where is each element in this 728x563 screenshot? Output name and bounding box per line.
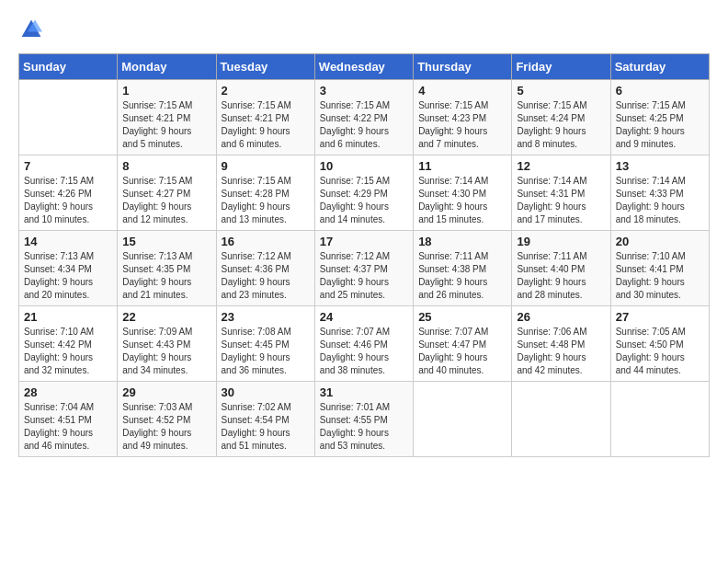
day-info: Sunrise: 7:15 AM Sunset: 4:26 PM Dayligh… <box>24 175 112 226</box>
day-cell: 3Sunrise: 7:15 AM Sunset: 4:22 PM Daylig… <box>314 80 413 155</box>
col-header-wednesday: Wednesday <box>314 54 413 80</box>
day-info: Sunrise: 7:11 AM Sunset: 4:38 PM Dayligh… <box>418 250 506 302</box>
day-number: 12 <box>517 159 605 173</box>
day-cell: 21Sunrise: 7:10 AM Sunset: 4:42 PM Dayli… <box>19 306 118 382</box>
day-info: Sunrise: 7:04 AM Sunset: 4:51 PM Dayligh… <box>24 401 112 453</box>
day-cell: 27Sunrise: 7:05 AM Sunset: 4:50 PM Dayli… <box>610 306 709 382</box>
col-header-thursday: Thursday <box>414 54 512 80</box>
col-header-monday: Monday <box>118 54 216 80</box>
week-row-5: 28Sunrise: 7:04 AM Sunset: 4:51 PM Dayli… <box>19 382 710 457</box>
day-number: 18 <box>418 235 506 248</box>
day-number: 24 <box>320 310 408 324</box>
day-info: Sunrise: 7:13 AM Sunset: 4:34 PM Dayligh… <box>24 250 112 302</box>
day-info: Sunrise: 7:15 AM Sunset: 4:27 PM Dayligh… <box>122 175 210 226</box>
day-number: 11 <box>418 159 506 173</box>
day-cell: 26Sunrise: 7:06 AM Sunset: 4:48 PM Dayli… <box>512 306 610 382</box>
day-info: Sunrise: 7:14 AM Sunset: 4:31 PM Dayligh… <box>517 175 605 226</box>
day-number: 10 <box>320 159 408 173</box>
week-row-2: 7Sunrise: 7:15 AM Sunset: 4:26 PM Daylig… <box>19 155 710 231</box>
day-number: 6 <box>616 84 704 98</box>
day-cell: 6Sunrise: 7:15 AM Sunset: 4:25 PM Daylig… <box>610 80 709 155</box>
week-row-4: 21Sunrise: 7:10 AM Sunset: 4:42 PM Dayli… <box>19 306 710 382</box>
day-info: Sunrise: 7:15 AM Sunset: 4:23 PM Dayligh… <box>418 99 506 151</box>
day-cell: 13Sunrise: 7:14 AM Sunset: 4:33 PM Dayli… <box>610 155 709 231</box>
day-cell <box>414 382 512 457</box>
day-number: 2 <box>222 84 310 98</box>
day-number: 16 <box>222 235 310 248</box>
day-info: Sunrise: 7:15 AM Sunset: 4:21 PM Dayligh… <box>122 99 210 151</box>
day-info: Sunrise: 7:08 AM Sunset: 4:45 PM Dayligh… <box>222 326 310 377</box>
day-cell: 19Sunrise: 7:11 AM Sunset: 4:40 PM Dayli… <box>512 231 610 306</box>
week-row-1: 1Sunrise: 7:15 AM Sunset: 4:21 PM Daylig… <box>19 80 710 155</box>
day-cell: 4Sunrise: 7:15 AM Sunset: 4:23 PM Daylig… <box>414 80 512 155</box>
logo-icon <box>20 18 42 40</box>
day-number: 23 <box>222 310 310 324</box>
day-number: 26 <box>517 310 605 324</box>
day-number: 29 <box>122 385 210 399</box>
day-cell: 31Sunrise: 7:01 AM Sunset: 4:55 PM Dayli… <box>314 382 413 457</box>
day-cell: 20Sunrise: 7:10 AM Sunset: 4:41 PM Dayli… <box>610 231 709 306</box>
day-cell: 24Sunrise: 7:07 AM Sunset: 4:46 PM Dayli… <box>314 306 413 382</box>
day-info: Sunrise: 7:03 AM Sunset: 4:52 PM Dayligh… <box>122 401 210 453</box>
day-info: Sunrise: 7:15 AM Sunset: 4:25 PM Dayligh… <box>616 99 704 151</box>
day-info: Sunrise: 7:01 AM Sunset: 4:55 PM Dayligh… <box>320 401 408 453</box>
day-number: 1 <box>122 84 210 98</box>
week-row-3: 14Sunrise: 7:13 AM Sunset: 4:34 PM Dayli… <box>19 231 710 306</box>
day-cell: 14Sunrise: 7:13 AM Sunset: 4:34 PM Dayli… <box>19 231 118 306</box>
col-header-tuesday: Tuesday <box>216 54 314 80</box>
page-header <box>18 18 710 44</box>
day-number: 5 <box>517 84 605 98</box>
day-number: 8 <box>122 159 210 173</box>
day-cell: 7Sunrise: 7:15 AM Sunset: 4:26 PM Daylig… <box>19 155 118 231</box>
day-cell: 25Sunrise: 7:07 AM Sunset: 4:47 PM Dayli… <box>414 306 512 382</box>
day-cell <box>610 382 709 457</box>
day-info: Sunrise: 7:14 AM Sunset: 4:30 PM Dayligh… <box>418 175 506 226</box>
day-cell: 8Sunrise: 7:15 AM Sunset: 4:27 PM Daylig… <box>118 155 216 231</box>
day-cell: 15Sunrise: 7:13 AM Sunset: 4:35 PM Dayli… <box>118 231 216 306</box>
day-number: 30 <box>222 385 310 399</box>
day-info: Sunrise: 7:15 AM Sunset: 4:28 PM Dayligh… <box>222 175 310 226</box>
day-info: Sunrise: 7:10 AM Sunset: 4:41 PM Dayligh… <box>616 250 704 302</box>
day-info: Sunrise: 7:12 AM Sunset: 4:36 PM Dayligh… <box>222 250 310 302</box>
day-info: Sunrise: 7:14 AM Sunset: 4:33 PM Dayligh… <box>616 175 704 226</box>
day-number: 15 <box>122 235 210 248</box>
day-cell: 2Sunrise: 7:15 AM Sunset: 4:21 PM Daylig… <box>216 80 314 155</box>
day-cell: 28Sunrise: 7:04 AM Sunset: 4:51 PM Dayli… <box>19 382 118 457</box>
day-number: 4 <box>418 84 506 98</box>
day-number: 7 <box>24 159 112 173</box>
day-number: 13 <box>616 159 704 173</box>
day-cell: 17Sunrise: 7:12 AM Sunset: 4:37 PM Dayli… <box>314 231 413 306</box>
day-info: Sunrise: 7:07 AM Sunset: 4:47 PM Dayligh… <box>418 326 506 377</box>
header-row: SundayMondayTuesdayWednesdayThursdayFrid… <box>19 54 710 80</box>
day-info: Sunrise: 7:05 AM Sunset: 4:50 PM Dayligh… <box>616 326 704 377</box>
logo <box>18 18 42 44</box>
day-cell: 10Sunrise: 7:15 AM Sunset: 4:29 PM Dayli… <box>314 155 413 231</box>
day-number: 3 <box>320 84 408 98</box>
day-info: Sunrise: 7:09 AM Sunset: 4:43 PM Dayligh… <box>122 326 210 377</box>
day-number: 19 <box>517 235 605 248</box>
calendar-table: SundayMondayTuesdayWednesdayThursdayFrid… <box>18 53 710 457</box>
day-number: 17 <box>320 235 408 248</box>
day-info: Sunrise: 7:15 AM Sunset: 4:22 PM Dayligh… <box>320 99 408 151</box>
day-number: 21 <box>24 310 112 324</box>
day-info: Sunrise: 7:15 AM Sunset: 4:21 PM Dayligh… <box>222 99 310 151</box>
col-header-sunday: Sunday <box>19 54 118 80</box>
day-number: 25 <box>418 310 506 324</box>
day-cell <box>512 382 610 457</box>
day-cell: 16Sunrise: 7:12 AM Sunset: 4:36 PM Dayli… <box>216 231 314 306</box>
day-number: 14 <box>24 235 112 248</box>
day-info: Sunrise: 7:11 AM Sunset: 4:40 PM Dayligh… <box>517 250 605 302</box>
day-info: Sunrise: 7:15 AM Sunset: 4:24 PM Dayligh… <box>517 99 605 151</box>
day-cell: 18Sunrise: 7:11 AM Sunset: 4:38 PM Dayli… <box>414 231 512 306</box>
day-info: Sunrise: 7:02 AM Sunset: 4:54 PM Dayligh… <box>222 401 310 453</box>
col-header-friday: Friday <box>512 54 610 80</box>
day-info: Sunrise: 7:12 AM Sunset: 4:37 PM Dayligh… <box>320 250 408 302</box>
day-cell: 9Sunrise: 7:15 AM Sunset: 4:28 PM Daylig… <box>216 155 314 231</box>
day-info: Sunrise: 7:13 AM Sunset: 4:35 PM Dayligh… <box>122 250 210 302</box>
day-cell: 5Sunrise: 7:15 AM Sunset: 4:24 PM Daylig… <box>512 80 610 155</box>
day-cell: 22Sunrise: 7:09 AM Sunset: 4:43 PM Dayli… <box>118 306 216 382</box>
day-number: 22 <box>122 310 210 324</box>
day-info: Sunrise: 7:07 AM Sunset: 4:46 PM Dayligh… <box>320 326 408 377</box>
day-cell: 11Sunrise: 7:14 AM Sunset: 4:30 PM Dayli… <box>414 155 512 231</box>
day-cell: 23Sunrise: 7:08 AM Sunset: 4:45 PM Dayli… <box>216 306 314 382</box>
